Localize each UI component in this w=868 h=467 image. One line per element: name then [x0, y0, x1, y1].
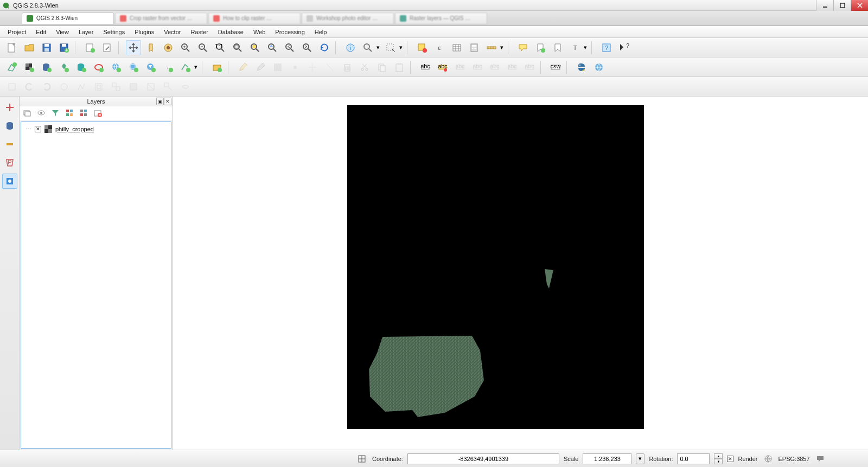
- add-mssql-layer-button[interactable]: [74, 60, 89, 75]
- tab-background[interactable]: Crop raster from vector …: [115, 12, 207, 24]
- zoom-full-button[interactable]: [230, 40, 245, 55]
- fill-ring-button[interactable]: [126, 79, 141, 94]
- chevron-down-icon[interactable]: ▾: [193, 63, 199, 71]
- menu-processing[interactable]: Processing: [271, 28, 309, 36]
- metasearch-button[interactable]: [591, 60, 607, 75]
- expand-all-icon[interactable]: [65, 108, 74, 118]
- wfs-dock-icon[interactable]: [2, 137, 17, 152]
- rotation-input[interactable]: [677, 453, 710, 464]
- postgis-dock-icon[interactable]: [2, 118, 17, 133]
- delete-part-button[interactable]: [161, 79, 176, 94]
- rotation-stepper[interactable]: ▲▼: [714, 453, 723, 464]
- maximize-button[interactable]: [833, 0, 851, 11]
- copy-features-button[interactable]: [374, 60, 390, 75]
- new-bookmark-button[interactable]: [533, 40, 548, 55]
- cut-features-button[interactable]: [357, 60, 372, 75]
- toggle-editing-button[interactable]: [235, 60, 251, 75]
- layer-visibility-checkbox[interactable]: ✕: [35, 126, 41, 132]
- add-wfs-layer-button[interactable]: [143, 60, 158, 75]
- label-move-button[interactable]: abc: [487, 60, 502, 75]
- zoom-in-button[interactable]: [178, 40, 193, 55]
- tab-background[interactable]: Raster layers — QGIS …: [395, 12, 487, 24]
- add-raster-layer-button[interactable]: [22, 60, 37, 75]
- scale-dropdown-button[interactable]: ▾: [636, 453, 644, 464]
- coordinate-input[interactable]: [407, 453, 559, 464]
- zoom-to-layer-button[interactable]: [265, 40, 280, 55]
- add-vector-dock-icon[interactable]: [2, 100, 17, 115]
- panel-undock-button[interactable]: ▣: [156, 98, 164, 105]
- touch-zoom-button[interactable]: [161, 40, 176, 55]
- chevron-down-icon[interactable]: ▾: [499, 44, 505, 51]
- layer-row-philly-cropped[interactable]: ⋯ ✕ philly_cropped: [23, 124, 169, 134]
- move-feature-button[interactable]: [305, 60, 320, 75]
- crs-button[interactable]: [762, 453, 774, 465]
- gps-dock-icon[interactable]: [2, 174, 17, 189]
- menu-plugins[interactable]: Plugins: [130, 28, 158, 36]
- chevron-down-icon[interactable]: ▾: [583, 44, 588, 51]
- menu-edit[interactable]: Edit: [31, 28, 50, 36]
- label-change-button[interactable]: abc: [522, 60, 537, 75]
- tab-background[interactable]: Workshop photo editor …: [302, 12, 394, 24]
- undo-button[interactable]: [22, 79, 37, 94]
- open-project-button[interactable]: [22, 40, 37, 55]
- node-tool-button[interactable]: [322, 60, 337, 75]
- add-wms-layer-button[interactable]: [108, 60, 124, 75]
- pan-to-selection-button[interactable]: [143, 40, 158, 55]
- wms-dock-icon[interactable]: P: [2, 155, 17, 170]
- menu-settings[interactable]: Settings: [99, 28, 129, 36]
- zoom-last-button[interactable]: [282, 40, 297, 55]
- add-oracle-layer-button[interactable]: [91, 60, 106, 75]
- menu-layer[interactable]: Layer: [74, 28, 98, 36]
- csw-button[interactable]: csw: [548, 60, 563, 75]
- current-edits-button[interactable]: [253, 60, 268, 75]
- add-group-icon[interactable]: [23, 108, 31, 118]
- toggle-extents-button[interactable]: [356, 453, 368, 465]
- add-spatialite-layer-button[interactable]: [56, 60, 72, 75]
- paste-features-button[interactable]: [392, 60, 407, 75]
- identify-dropdown-button[interactable]: [360, 40, 375, 55]
- field-calculator-button[interactable]: [467, 40, 482, 55]
- chevron-down-icon[interactable]: ▾: [398, 44, 404, 51]
- label-highlight-button[interactable]: abc: [435, 60, 450, 75]
- refresh-button[interactable]: [317, 40, 332, 55]
- add-ring-button[interactable]: [91, 79, 106, 94]
- close-button[interactable]: [851, 0, 868, 11]
- label-rotate-button[interactable]: abc: [505, 60, 520, 75]
- filter-legend-icon[interactable]: [51, 108, 60, 118]
- menu-raster[interactable]: Raster: [186, 28, 212, 36]
- label-pin-button[interactable]: abc: [452, 60, 468, 75]
- python-console-button[interactable]: [574, 60, 589, 75]
- panel-close-button[interactable]: ✕: [164, 98, 171, 105]
- help-button[interactable]: ?: [599, 40, 614, 55]
- zoom-to-selection-button[interactable]: [247, 40, 263, 55]
- add-part-button[interactable]: [108, 79, 124, 94]
- render-checkbox[interactable]: ✕: [727, 456, 733, 462]
- menu-database[interactable]: Database: [214, 28, 248, 36]
- save-edits-button[interactable]: [270, 60, 285, 75]
- save-project-button[interactable]: [39, 40, 54, 55]
- add-feature-button[interactable]: [288, 60, 303, 75]
- menu-web[interactable]: Web: [249, 28, 270, 36]
- new-shapefile-button[interactable]: [178, 60, 193, 75]
- rotate-feature-button[interactable]: [56, 79, 72, 94]
- redo-button[interactable]: [39, 79, 54, 94]
- delete-ring-button[interactable]: [143, 79, 158, 94]
- remove-layer-icon[interactable]: [93, 108, 102, 118]
- messages-button[interactable]: [814, 453, 826, 465]
- map-tips-button[interactable]: [515, 40, 531, 55]
- show-bookmarks-button[interactable]: [550, 40, 565, 55]
- map-canvas[interactable]: [173, 97, 868, 450]
- select-features-button[interactable]: [383, 40, 398, 55]
- new-print-composer-button[interactable]: [82, 40, 98, 55]
- text-annotation-button[interactable]: T: [567, 40, 583, 55]
- remove-layer-button[interactable]: [209, 60, 225, 75]
- reshape-button[interactable]: [178, 79, 193, 94]
- add-delimited-text-button[interactable]: ,: [161, 60, 176, 75]
- simplify-feature-button[interactable]: [74, 79, 89, 94]
- layer-tree[interactable]: ⋯ ✕ philly_cropped: [21, 121, 171, 449]
- menu-project[interactable]: Project: [3, 28, 30, 36]
- menu-view[interactable]: View: [52, 28, 73, 36]
- add-postgis-layer-button[interactable]: [39, 60, 54, 75]
- new-project-button[interactable]: [4, 40, 20, 55]
- menu-vector[interactable]: Vector: [159, 28, 185, 36]
